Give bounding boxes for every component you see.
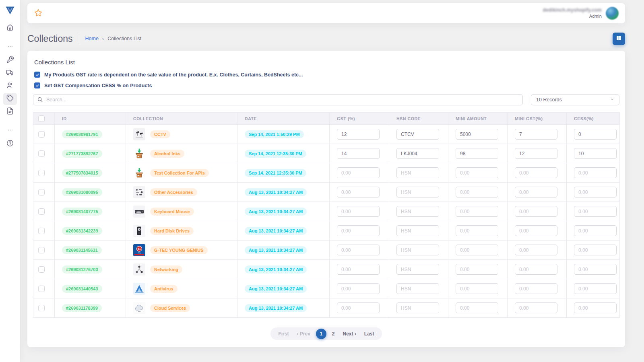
gst-input[interactable] bbox=[337, 225, 380, 236]
pagination-1[interactable]: 1 bbox=[316, 329, 326, 339]
cess-input[interactable] bbox=[574, 283, 617, 294]
table-row: #269031178399Cloud ServicesAug 13, 2021 … bbox=[33, 298, 620, 318]
gst-input[interactable] bbox=[337, 148, 380, 159]
row-checkbox[interactable] bbox=[38, 170, 45, 176]
layout-grid-button[interactable] bbox=[613, 33, 625, 45]
sidebar-item-file[interactable] bbox=[3, 106, 17, 118]
collections-table-wrap: ID COLLECTION DATE GST (%) HSN CODE MINI… bbox=[33, 112, 619, 318]
mini-gst-input[interactable] bbox=[515, 245, 557, 255]
avatar[interactable] bbox=[606, 7, 619, 20]
mini-amount-input[interactable] bbox=[456, 302, 498, 313]
hsn-input[interactable] bbox=[396, 129, 439, 140]
mini-gst-input[interactable] bbox=[515, 206, 557, 217]
cess-input[interactable] bbox=[574, 187, 617, 197]
mini-amount-input[interactable] bbox=[456, 245, 498, 255]
gst-input[interactable] bbox=[337, 187, 380, 197]
hsn-input[interactable] bbox=[396, 283, 439, 294]
gst-input[interactable] bbox=[337, 167, 380, 178]
collection-name-badge: G-TEC YOUNG GENIUS bbox=[150, 246, 208, 254]
gst-input[interactable] bbox=[337, 129, 380, 140]
gtec-thumbnail-icon: GTEC bbox=[133, 244, 145, 256]
pagination-prev[interactable]: ‹ Prev bbox=[293, 331, 314, 337]
check-icon bbox=[35, 84, 39, 88]
page-title: Collections bbox=[27, 33, 73, 44]
mini-amount-input[interactable] bbox=[456, 187, 498, 197]
gst-input[interactable] bbox=[337, 283, 380, 294]
hsn-input[interactable] bbox=[396, 187, 439, 197]
gst-input[interactable] bbox=[337, 206, 380, 217]
row-checkbox[interactable] bbox=[38, 228, 45, 234]
mini-gst-input[interactable] bbox=[515, 264, 557, 275]
row-checkbox[interactable] bbox=[38, 266, 45, 273]
mini-amount-input[interactable] bbox=[456, 148, 498, 159]
sidebar-item-help[interactable] bbox=[3, 138, 17, 150]
gst-rate-checkbox[interactable] bbox=[34, 72, 40, 78]
gst-input[interactable] bbox=[337, 264, 380, 275]
keyboard-thumbnail-icon bbox=[133, 206, 145, 218]
mini-amount-input[interactable] bbox=[456, 206, 498, 217]
mini-gst-input[interactable] bbox=[515, 225, 557, 236]
mini-amount-input[interactable] bbox=[456, 129, 498, 140]
gst-input[interactable] bbox=[337, 245, 380, 255]
row-checkbox[interactable] bbox=[38, 131, 45, 138]
sidebar-item-tag[interactable] bbox=[3, 93, 17, 105]
mini-gst-input[interactable] bbox=[515, 167, 557, 178]
gst-rate-option-row: My Products GST rate is dependent on the… bbox=[34, 72, 619, 78]
pagination-next[interactable]: Next › bbox=[339, 331, 360, 337]
row-checkbox[interactable] bbox=[38, 286, 45, 292]
row-checkbox[interactable] bbox=[38, 189, 45, 195]
hsn-input[interactable] bbox=[396, 206, 439, 217]
mini-amount-input[interactable] bbox=[456, 283, 498, 294]
hsn-input[interactable] bbox=[396, 302, 439, 313]
hsn-input[interactable] bbox=[396, 167, 439, 178]
wrench-icon bbox=[6, 56, 14, 65]
cess-input[interactable] bbox=[574, 129, 617, 140]
cess-input[interactable] bbox=[574, 148, 617, 159]
package-thumbnail-icon bbox=[133, 148, 145, 160]
row-checkbox[interactable] bbox=[38, 305, 45, 311]
star-icon[interactable] bbox=[34, 8, 43, 18]
table-row: #269031407775Keyboard MouseAug 13, 2021 … bbox=[33, 202, 620, 221]
mini-gst-input[interactable] bbox=[515, 283, 557, 294]
hsn-input[interactable] bbox=[396, 245, 439, 255]
brand-logo-icon[interactable] bbox=[4, 5, 16, 16]
cess-input[interactable] bbox=[574, 245, 617, 255]
sidebar-item-wrench[interactable] bbox=[3, 54, 17, 66]
row-checkbox[interactable] bbox=[38, 208, 45, 215]
pagination-first[interactable]: First bbox=[274, 331, 293, 337]
select-all-checkbox[interactable] bbox=[38, 115, 45, 122]
hsn-input[interactable] bbox=[396, 264, 439, 275]
mini-gst-input[interactable] bbox=[515, 187, 557, 197]
gst-input[interactable] bbox=[337, 302, 380, 313]
sidebar-item-dots bbox=[3, 127, 17, 134]
mini-gst-input[interactable] bbox=[515, 148, 557, 159]
cess-input[interactable] bbox=[574, 225, 617, 236]
mini-gst-input[interactable] bbox=[515, 129, 557, 140]
cess-input[interactable] bbox=[574, 264, 617, 275]
pagination-last[interactable]: Last bbox=[360, 331, 378, 337]
mini-amount-input[interactable] bbox=[456, 167, 498, 178]
hsn-input[interactable] bbox=[396, 148, 439, 159]
row-checkbox[interactable] bbox=[38, 247, 45, 253]
mini-amount-input[interactable] bbox=[456, 225, 498, 236]
row-checkbox[interactable] bbox=[38, 150, 45, 157]
search-input[interactable] bbox=[33, 94, 523, 105]
records-per-page-select[interactable]: 10 Records bbox=[531, 94, 619, 105]
mini-gst-input[interactable] bbox=[515, 302, 557, 313]
cess-checkbox[interactable] bbox=[34, 82, 40, 88]
file-icon bbox=[6, 107, 14, 117]
sidebar-item-users[interactable] bbox=[3, 80, 17, 92]
cess-input[interactable] bbox=[574, 302, 617, 313]
cctv-thumbnail-icon bbox=[133, 128, 145, 140]
cess-input[interactable] bbox=[574, 206, 617, 217]
user-menu[interactable]: dedikinch.myshopify.com Admin bbox=[543, 7, 619, 20]
cess-input[interactable] bbox=[574, 167, 617, 178]
mini-amount-input[interactable] bbox=[456, 264, 498, 275]
sidebar-item-home[interactable] bbox=[3, 22, 17, 34]
pagination-2[interactable]: 2 bbox=[328, 331, 339, 337]
sidebar-item-truck[interactable] bbox=[3, 67, 17, 79]
table-row: #269030981791CCTVSep 14, 2021 1:50:29 PM bbox=[33, 125, 620, 144]
collection-id-badge: #269031178399 bbox=[62, 304, 102, 312]
breadcrumb-home-link[interactable]: Home bbox=[85, 36, 99, 41]
hsn-input[interactable] bbox=[396, 225, 439, 236]
